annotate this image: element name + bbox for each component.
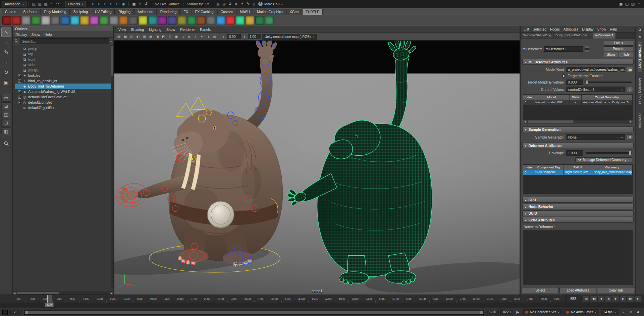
hide-button[interactable]: Hide — [619, 52, 633, 57]
scale-tool[interactable]: ▣ — [1, 78, 11, 87]
time-tick[interactable]: 100 — [12, 295, 25, 303]
time-tick[interactable]: 2900 — [201, 295, 214, 303]
construction-history-icon[interactable]: ↺ — [143, 1, 149, 7]
attribute-editor-menu-item[interactable]: List — [524, 27, 529, 31]
playblast-icon[interactable]: ▶ — [515, 309, 521, 315]
panel-layout-icon[interactable]: ◫ — [624, 1, 630, 7]
shelf-tool[interactable] — [226, 16, 235, 25]
time-tick[interactable]: 4700 — [322, 295, 335, 303]
time-tick[interactable]: 1900 — [133, 295, 147, 303]
time-tick[interactable]: 2700 — [187, 295, 201, 303]
shelf-tool[interactable] — [90, 16, 99, 25]
safe-action-icon[interactable]: ▣ — [173, 34, 179, 40]
shelf-tool[interactable] — [119, 16, 128, 25]
range-slider-active-region[interactable] — [25, 311, 483, 314]
step-back-key-button[interactable]: ◀◀ — [590, 296, 597, 302]
time-tick[interactable]: 3100 — [214, 295, 227, 303]
range-end-handle[interactable] — [480, 311, 483, 314]
attribute-editor-menu-item[interactable]: Focus — [550, 27, 560, 31]
sidebar-tab[interactable]: HumanIK — [638, 110, 642, 131]
wireframe-icon[interactable]: ◇ — [180, 34, 185, 40]
attribute-editor-menu-item[interactable]: Display — [582, 27, 593, 31]
attribute-editor-menu-item[interactable]: Attributes — [564, 27, 578, 31]
connection-icon[interactable]: ⇄ — [627, 87, 633, 92]
toggle-panels-icon[interactable]: ▤ — [630, 1, 636, 7]
outliner-menu-item[interactable]: Show — [31, 33, 40, 37]
single-pane-layout-button[interactable]: ▭ — [1, 94, 11, 102]
shelf-tool[interactable] — [12, 16, 21, 25]
paint-effects-icon[interactable]: ✎ — [245, 1, 251, 7]
viewport-scene-svg[interactable] — [114, 41, 520, 295]
auto-keyframe-icon[interactable]: ● — [620, 309, 626, 315]
swap-output-icon[interactable] — [585, 49, 589, 52]
selection-mask-selector[interactable]: Objects — [65, 1, 86, 7]
outliner-search-input[interactable] — [20, 38, 109, 44]
range-start-field[interactable]: -5 — [9, 310, 22, 315]
shelf-tool[interactable] — [51, 16, 60, 25]
viewport-menu-item[interactable]: View — [118, 28, 126, 32]
scroll-right-icon[interactable]: ▶ — [629, 120, 633, 123]
shelf-tab[interactable]: Motion Graphics — [254, 9, 286, 15]
time-tick[interactable]: 5500 — [375, 295, 389, 303]
outliner-node-row[interactable]: ◎ defaultLightSet — [15, 100, 111, 105]
outliner-node-row[interactable]: ◪ top — [15, 51, 111, 57]
time-ruler-track[interactable]: 552 100300500700900110013001500170019002… — [12, 295, 564, 303]
shelf-tool[interactable] — [255, 16, 264, 25]
save-scene-icon[interactable]: ▦ — [43, 1, 49, 7]
make-live-icon[interactable]: ◉ — [120, 1, 126, 7]
time-tick[interactable]: 8100 — [550, 295, 564, 303]
hypershade-icon[interactable]: ◈ — [233, 1, 239, 7]
render-icon[interactable]: ◍ — [215, 1, 221, 7]
timeline-menu-button[interactable]: ▾ — [2, 310, 8, 315]
shelf-tool[interactable] — [216, 16, 225, 25]
time-tick[interactable]: 900 — [66, 295, 79, 303]
time-tick[interactable]: 3700 — [254, 295, 268, 303]
focus-button[interactable]: Focus — [604, 41, 633, 46]
footer-button[interactable]: Select — [522, 287, 559, 293]
user-account[interactable]: Marc Chu — [258, 2, 283, 6]
expand-icon[interactable] — [18, 74, 21, 77]
expand-icon[interactable] — [18, 80, 21, 83]
paint-select-tool[interactable]: ✎ — [1, 48, 11, 57]
scroll-left-icon[interactable]: ◀ — [13, 292, 16, 295]
time-tick[interactable]: 2100 — [147, 295, 160, 303]
shelf-tool[interactable] — [41, 16, 50, 25]
shelf-tab[interactable]: XGen — [286, 9, 302, 15]
section-header-ml-deformer[interactable]: ML Deformer Attributes — [522, 59, 634, 65]
target-morph-envelope-field[interactable]: 0.000 — [566, 80, 583, 85]
shelf-tool[interactable] — [129, 16, 138, 25]
lock-camera-icon[interactable]: ▤ — [116, 34, 122, 40]
go-to-end-button[interactable]: ▶| — [634, 296, 641, 302]
time-tick[interactable]: 6100 — [416, 295, 429, 303]
time-tick[interactable]: 7300 — [497, 295, 510, 303]
current-frame-field[interactable]: 552 — [566, 296, 581, 302]
manage-deformed-geometry-button[interactable]: ⚙ Manage Deformed Geometry — [575, 157, 633, 162]
node-tab[interactable]: DeformerShapeOrig — [521, 33, 553, 39]
scrollbar-thumb[interactable] — [17, 292, 59, 294]
play-backwards-button[interactable]: ◀ — [605, 296, 612, 302]
undo-icon[interactable]: ↶ — [49, 1, 55, 7]
film-gate-icon[interactable]: ◨ — [154, 34, 160, 40]
render-settings-icon[interactable]: ⚙ — [227, 1, 233, 7]
xray-icon[interactable]: ◎ — [212, 34, 217, 40]
time-tick[interactable]: 4100 — [281, 295, 295, 303]
collapsed-section-header[interactable]: UUID — [522, 210, 634, 216]
redo-icon[interactable]: ↷ — [55, 1, 61, 7]
time-tick[interactable]: 1100 — [79, 295, 93, 303]
scrollbar-thumb[interactable] — [111, 46, 113, 76]
collapsed-section-header[interactable]: Extra Attributes — [522, 217, 634, 223]
section-header-sample-generation[interactable]: Sample Generation — [522, 126, 634, 132]
time-tick[interactable]: 3900 — [268, 295, 281, 303]
snap-to-projected-center-icon[interactable]: ∪ — [108, 1, 114, 7]
notes-textarea[interactable] — [523, 230, 633, 285]
outliner-node-row[interactable]: ✦ lookdev — [15, 73, 111, 78]
sidebar-tab[interactable]: Attribute Editor — [638, 41, 642, 72]
time-tick[interactable]: 6900 — [470, 295, 483, 303]
shaded-icon[interactable]: ● — [186, 34, 192, 40]
time-slider[interactable]: 552 100300500700900110013001500170019002… — [0, 295, 644, 303]
outliner-node-row[interactable]: ◎ defaultHideFaceDataSet — [15, 94, 111, 100]
connection-icon[interactable]: ⇄ — [627, 135, 633, 140]
footer-button[interactable]: Copy Tab — [597, 287, 634, 293]
outliner-menu-item[interactable]: Help — [45, 33, 52, 37]
time-tick[interactable]: 1700 — [120, 295, 133, 303]
